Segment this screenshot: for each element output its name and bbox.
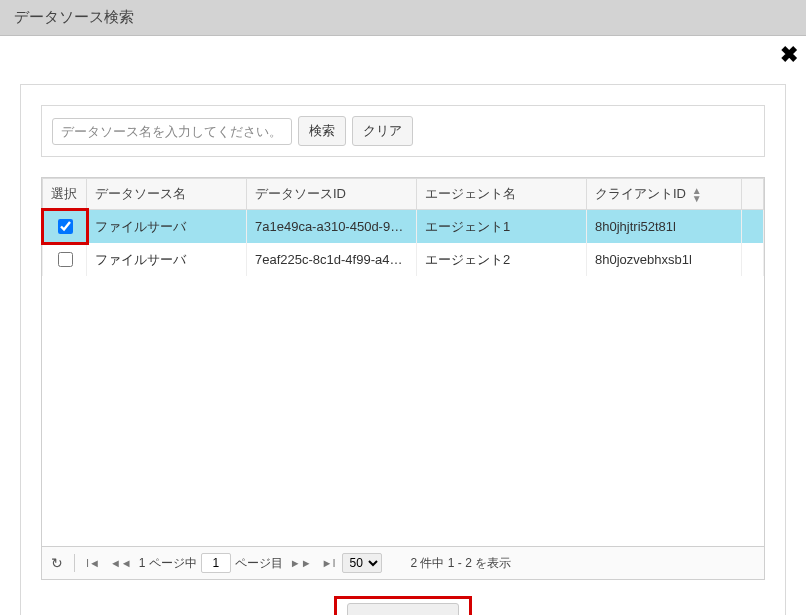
col-header-agent[interactable]: エージェント名 [417,179,587,210]
col-header-id[interactable]: データソースID [247,179,417,210]
decide-highlight: 決定 [334,596,472,615]
row-client: 8h0jhjtri52t81l [587,210,742,244]
pager-page-suffix: ページ目 [235,555,283,572]
col-header-name[interactable]: データソース名 [87,179,247,210]
decide-button[interactable]: 決定 [347,603,459,615]
results-table: 選択 データソース名 データソースID エージェント名 クライアントID ▲▼ [42,178,764,276]
datasource-name-input[interactable] [52,118,292,145]
col-header-spacer [742,179,764,210]
clear-button[interactable]: クリア [352,116,413,146]
row-agent: エージェント2 [417,243,587,276]
pager-total-prefix: 1 ページ中 [139,555,197,572]
row-select-cell[interactable] [43,243,87,276]
results-grid: 選択 データソース名 データソースID エージェント名 クライアントID ▲▼ [41,177,765,580]
row-id: 7eaf225c-8c1d-4f99-a476-576 [247,243,417,276]
grid-empty-area [42,276,764,546]
col-header-select[interactable]: 選択 [43,179,87,210]
search-button[interactable]: 検索 [298,116,346,146]
row-name: ファイルサーバ [87,210,247,244]
table-row[interactable]: ファイルサーバ 7a1e49ca-a310-450d-9e76-10 エージェン… [43,210,764,244]
table-row[interactable]: ファイルサーバ 7eaf225c-8c1d-4f99-a476-576 エージェ… [43,243,764,276]
content-panel: 検索 クリア 選択 データソース名 データソースID エージェント名 クライアン… [20,84,786,615]
row-id: 7a1e49ca-a310-450d-9e76-10 [247,210,417,244]
footer: 決定 [41,580,765,615]
row-client: 8h0jozvebhxsb1l [587,243,742,276]
row-agent: エージェント1 [417,210,587,244]
page-number-input[interactable] [201,553,231,573]
dialog-title: データソース検索 [14,8,134,25]
page-size-select[interactable]: 50 [342,553,382,573]
page-last-icon[interactable]: ►I [319,555,339,571]
row-select-checkbox[interactable] [58,252,73,267]
dialog-title-bar: データソース検索 [0,0,806,36]
pager-separator [74,554,75,572]
row-name: ファイルサーバ [87,243,247,276]
page-first-icon[interactable]: I◄ [83,555,103,571]
page-next-icon[interactable]: ►► [287,555,315,571]
col-header-client[interactable]: クライアントID ▲▼ [587,179,742,210]
pager-info: 2 件中 1 - 2 を表示 [410,555,511,572]
sort-icon: ▲▼ [692,187,702,203]
table-header-row: 選択 データソース名 データソースID エージェント名 クライアントID ▲▼ [43,179,764,210]
pager: ↻ I◄ ◄◄ 1 ページ中 ページ目 ►► ►I 50 2 件中 1 - 2 … [42,546,764,579]
row-select-cell[interactable] [43,210,87,244]
refresh-icon[interactable]: ↻ [48,553,66,573]
close-icon[interactable]: ✖ [780,42,798,68]
row-select-checkbox[interactable] [58,219,73,234]
search-bar: 検索 クリア [41,105,765,157]
page-prev-icon[interactable]: ◄◄ [107,555,135,571]
